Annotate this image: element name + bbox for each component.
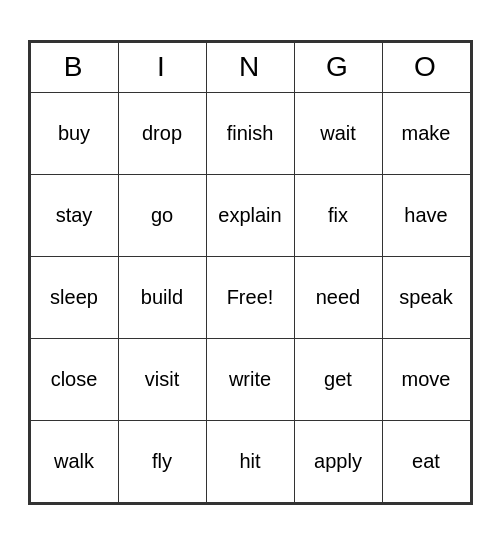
cell-0-4: make [382,92,470,174]
cell-1-2: explain [206,174,294,256]
table-row: buy drop finish wait make [30,92,470,174]
table-row: close visit write get move [30,338,470,420]
cell-3-0: close [30,338,118,420]
cell-2-0: sleep [30,256,118,338]
header-row: B I N G O [30,42,470,92]
table-row: stay go explain fix have [30,174,470,256]
header-n: N [206,42,294,92]
cell-2-2: Free! [206,256,294,338]
cell-3-2: write [206,338,294,420]
header-o: O [382,42,470,92]
header-i: I [118,42,206,92]
cell-1-1: go [118,174,206,256]
bingo-table: B I N G O buy drop finish wait make stay… [30,42,471,503]
cell-4-1: fly [118,420,206,502]
cell-2-4: speak [382,256,470,338]
header-b: B [30,42,118,92]
cell-3-1: visit [118,338,206,420]
cell-1-3: fix [294,174,382,256]
cell-2-1: build [118,256,206,338]
cell-4-2: hit [206,420,294,502]
bingo-card: B I N G O buy drop finish wait make stay… [28,40,473,505]
cell-4-0: walk [30,420,118,502]
cell-1-0: stay [30,174,118,256]
cell-4-4: eat [382,420,470,502]
cell-0-2: finish [206,92,294,174]
cell-0-1: drop [118,92,206,174]
table-row: sleep build Free! need speak [30,256,470,338]
cell-2-3: need [294,256,382,338]
table-row: walk fly hit apply eat [30,420,470,502]
cell-1-4: have [382,174,470,256]
cell-4-3: apply [294,420,382,502]
header-g: G [294,42,382,92]
cell-3-4: move [382,338,470,420]
cell-0-0: buy [30,92,118,174]
cell-3-3: get [294,338,382,420]
cell-0-3: wait [294,92,382,174]
